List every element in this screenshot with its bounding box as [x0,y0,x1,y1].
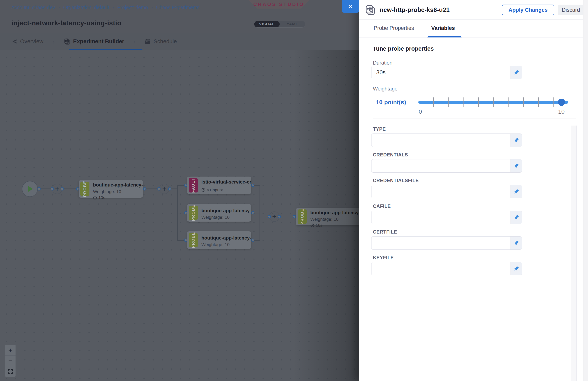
edge [177,185,185,186]
visual-yaml-toggle[interactable]: VISUAL YAML [254,21,305,27]
cafile-input[interactable] [371,211,522,224]
chevron-right-icon: › [133,38,136,45]
main-content-dimmed: Account: chaos-dev › Organization: defau… [0,0,359,381]
breadcrumb-separator: › [112,4,114,11]
edge [260,217,268,217]
probe-icon [365,5,375,15]
probe-node-card[interactable]: PROBE boutique-app-latency-ch... Weighta… [296,208,359,225]
chaos-studio-label: CHAOS STUDIO [253,1,304,7]
field-label: CREDENTIALS [373,152,408,158]
tab-variables[interactable]: Variables [431,25,455,31]
edge [177,240,185,241]
yaml-toggle-button[interactable]: YAML [280,21,305,27]
section-divider [373,119,576,119]
overview-icon [11,39,17,44]
slider-handle[interactable] [558,99,565,106]
field-control [371,185,522,198]
calendar-icon [145,39,151,44]
breadcrumb-separator: › [58,4,60,11]
duration-label: Duration [373,60,392,66]
edge-port[interactable] [51,187,54,190]
weightage-slider[interactable] [418,92,576,112]
weightage-label: Weightage [373,86,398,92]
edge-port[interactable] [143,187,146,190]
drawer-tabs: Probe Properties Variables [359,20,588,38]
breadcrumb: Account: chaos-dev › Organization: defau… [11,4,200,11]
pin-button[interactable] [510,159,522,172]
slider-min-label: 0 [419,108,422,115]
apply-changes-button[interactable]: Apply Changes [502,5,554,15]
fullscreen-button[interactable] [5,366,16,377]
experiment-builder-icon [64,38,70,45]
breadcrumb-separator: › [151,4,153,11]
pin-icon [513,69,519,76]
edge [253,185,260,186]
credentialsfile-input[interactable] [371,185,522,198]
probe-node-card[interactable]: PROBE boutique-app-latency-ch... Weighta… [187,231,251,249]
start-node[interactable] [22,181,38,197]
pin-icon [513,189,519,195]
pin-button[interactable] [510,236,522,250]
certfile-input[interactable] [371,236,522,250]
credentials-input[interactable] [371,159,522,172]
pin-button[interactable] [510,134,522,147]
clock-icon [93,196,97,200]
zoom-out-button[interactable]: − [5,356,16,366]
node-duration: <+input> [201,188,250,192]
breadcrumb-project[interactable]: Project: demo [117,5,148,10]
experiment-canvas[interactable]: + + + PROBE boutique-app-l [0,50,359,381]
breadcrumb-chaos-experiments[interactable]: Chaos Experiments [156,5,200,10]
drawer-close-button[interactable]: ✕ [342,0,359,13]
zoom-in-button[interactable]: + [5,345,16,356]
pin-button[interactable] [510,66,522,79]
duration-input[interactable] [371,66,522,79]
edge-port[interactable] [268,215,271,218]
probe-node-card[interactable]: PROBE boutique-app-latency-ch... Weighta… [187,204,251,222]
fault-node-card[interactable]: FAULT istio-virtual-service-crea... <+in… [187,177,251,194]
keyfile-input[interactable] [371,262,522,275]
edge-port[interactable] [251,238,254,242]
field-control [371,211,522,224]
edge-port[interactable] [293,215,296,218]
type-input[interactable] [371,133,522,147]
tab-probe-properties[interactable]: Probe Properties [374,25,414,31]
tab-overview[interactable]: Overview [11,38,43,45]
probe-node-card[interactable]: PROBE boutique-app-latency-ch... Weighta… [79,180,143,198]
tab-schedule[interactable]: Schedule [145,38,177,45]
wizard-tabbar: Overview › Experiment Builder › [0,33,359,50]
play-icon [28,186,33,192]
page-header: Account: chaos-dev › Organization: defau… [0,0,359,33]
edge [40,189,51,189]
window-scrollbar[interactable] [583,0,588,381]
breadcrumb-account[interactable]: Account: chaos-dev [11,5,55,10]
breadcrumb-organization[interactable]: Organization: default [63,5,109,10]
tab-experiment-builder[interactable]: Experiment Builder [64,38,124,45]
pin-button[interactable] [510,211,522,224]
clock-icon [310,223,314,227]
edge-port[interactable] [278,215,281,218]
edge-port[interactable] [251,184,254,187]
active-drawer-tab-underline [427,36,462,38]
visual-toggle-button[interactable]: VISUAL [254,21,280,27]
clock-icon [201,188,205,192]
edge-port[interactable] [61,187,64,190]
edge-port[interactable] [38,187,41,190]
drawer-header: new-http-probe-ks6-u21 Apply Changes Dis… [359,0,588,20]
probe-name-title: new-http-probe-ks6-u21 [380,6,450,14]
pin-icon [513,137,519,143]
pin-icon [513,240,519,246]
page-title: inject-network-latency-using-istio [11,19,121,27]
pin-button[interactable] [510,185,522,198]
field-label: CREDENTIALSFILE [373,178,419,183]
drawer-scrollbar[interactable] [571,126,577,381]
edge [253,213,260,213]
node-weightage: Weightage: 10 [201,242,250,247]
field-label: KEYFILE [373,255,394,260]
pin-button[interactable] [510,262,522,275]
probe-badge: PROBE [189,206,198,220]
edge-port[interactable] [157,187,161,190]
discard-button[interactable]: Discard [558,5,584,15]
edge-port[interactable] [168,187,171,190]
node-weightage: Weightage: 10 [93,189,141,194]
edge-port[interactable] [251,211,254,214]
